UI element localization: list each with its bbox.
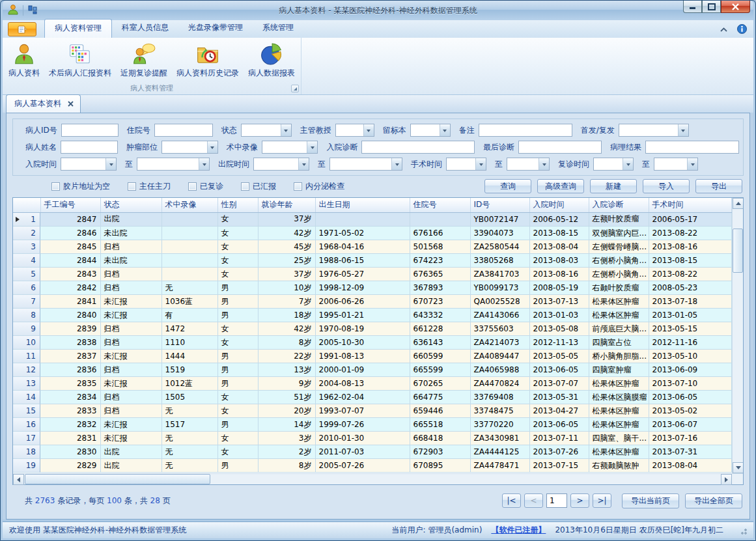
close-button[interactable] xyxy=(721,1,750,13)
table-row[interactable]: 112837未汇报1444男22岁1991-08-13660599ZA40894… xyxy=(13,350,732,363)
table-row[interactable]: 132835未汇报1012蓝男9岁2004-08-13670265ZA44708… xyxy=(13,377,732,391)
admission-diagnosis-input[interactable] xyxy=(361,141,475,154)
table-row[interactable]: 52843归档女37岁1976-05-27676365ZA38417032013… xyxy=(13,268,732,281)
table-row[interactable]: 22846未出院女42岁1971-05-02676166339040732013… xyxy=(13,227,732,240)
professor-combo[interactable] xyxy=(335,124,374,137)
column-header[interactable]: 性别 xyxy=(217,198,258,212)
patient-id-input[interactable] xyxy=(61,124,119,137)
revisit-reminder-button[interactable]: 近期复诊提醒 xyxy=(116,40,172,80)
scroll-right-icon[interactable] xyxy=(721,474,732,485)
export-button[interactable]: 导出 xyxy=(695,179,742,193)
history-records-button[interactable]: 病人资料历史记录 xyxy=(172,40,244,80)
table-row[interactable]: 172831未汇报无女3岁2010-01-30668418ZA343098120… xyxy=(13,432,732,445)
chevron-down-icon[interactable] xyxy=(539,158,549,170)
export-current-page-button[interactable]: 导出当前页 xyxy=(622,493,679,508)
column-header[interactable]: 就诊年龄 xyxy=(258,198,315,212)
column-header[interactable]: 出生日期 xyxy=(315,198,410,212)
tab-close-icon[interactable] xyxy=(68,100,74,109)
checkbox-revisited[interactable]: 已复诊 xyxy=(188,181,223,192)
table-row[interactable]: 42844未出院女25岁1988-06-15674223338052682013… xyxy=(13,254,732,268)
table-row[interactable]: 12847出院女37岁YB00721472006-05-12左额叶胶质瘤2006… xyxy=(13,212,732,227)
data-report-button[interactable]: 病人数据报表 xyxy=(244,40,300,80)
chevron-down-icon[interactable] xyxy=(199,158,209,170)
table-row[interactable]: 162832未汇报1517男14岁1999-07-266655183377022… xyxy=(13,418,732,432)
table-row[interactable]: 92839归档1472女42岁1970-08-19661228337556032… xyxy=(13,322,732,336)
checkbox-chief-surgeon[interactable]: 主任主刀 xyxy=(128,181,171,192)
first-page-button[interactable]: |< xyxy=(502,493,521,508)
chevron-down-icon[interactable] xyxy=(678,124,688,136)
column-header[interactable]: 状态 xyxy=(100,198,161,212)
app-menu-button[interactable] xyxy=(8,22,36,36)
chevron-down-icon[interactable] xyxy=(623,158,633,170)
checkbox-endocrine-exam[interactable]: 内分泌检查 xyxy=(294,181,344,192)
resize-grip[interactable] xyxy=(739,527,747,534)
table-row[interactable]: 142834归档1505女51岁1962-02-0466477533769408… xyxy=(13,391,732,404)
table-row[interactable]: 192829出院无男8岁2005-07-26670895ZA4478471201… xyxy=(13,459,732,473)
tumor-site-combo[interactable] xyxy=(161,141,218,154)
admit-from-combo[interactable] xyxy=(61,158,117,171)
table-row[interactable]: 62842归档无男10岁1998-12-09367893YB0099173200… xyxy=(13,281,732,295)
minimize-button[interactable] xyxy=(683,1,702,13)
ribbon-tab-disc-tape-management[interactable]: 光盘录像带管理 xyxy=(178,19,253,38)
revisit-to-combo[interactable] xyxy=(654,158,698,171)
scroll-left-icon[interactable] xyxy=(13,474,24,485)
dialog-launcher-icon[interactable] xyxy=(291,85,299,92)
maximize-button[interactable] xyxy=(702,1,721,13)
export-all-pages-button[interactable]: 导出全部页 xyxy=(685,493,742,508)
vertical-scrollbar[interactable] xyxy=(732,198,743,473)
table-row[interactable]: 152833归档无女20岁1993-07-0765944633748475201… xyxy=(13,404,732,418)
admit-to-combo[interactable] xyxy=(137,158,210,171)
quick-access-icon[interactable] xyxy=(27,5,38,17)
checkbox-reported[interactable]: 已汇报 xyxy=(241,181,276,192)
prev-page-button[interactable]: < xyxy=(524,493,543,508)
ribbon-tab-department-staff-info[interactable]: 科室人员信息 xyxy=(112,19,178,38)
chevron-down-icon[interactable] xyxy=(475,158,486,170)
scroll-up-icon[interactable] xyxy=(733,198,743,209)
table-row[interactable]: 82840未汇报有男18岁1995-01-21643332ZA414306620… xyxy=(13,309,732,322)
discharge-to-combo[interactable] xyxy=(329,158,402,171)
column-header[interactable]: ID号 xyxy=(470,198,529,212)
advanced-query-button[interactable]: 高级查询 xyxy=(537,179,584,193)
last-page-button[interactable]: >| xyxy=(593,493,611,508)
row-indicator-header[interactable] xyxy=(13,198,40,212)
registered-link[interactable]: 【软件已注册】 xyxy=(491,525,546,536)
chevron-down-icon[interactable] xyxy=(207,141,217,153)
next-page-button[interactable]: > xyxy=(570,493,589,508)
first-recurrence-combo[interactable] xyxy=(619,124,689,137)
table-row[interactable]: 102838归档1110女8岁2005-10-30636143ZA4214073… xyxy=(13,336,732,350)
checkbox-film-address-empty[interactable]: 胶片地址为空 xyxy=(51,181,110,192)
chevron-down-icon[interactable] xyxy=(391,158,402,170)
column-header[interactable]: 入院诊断 xyxy=(589,198,649,212)
patient-data-button[interactable]: 病人资料 xyxy=(4,40,44,80)
table-row[interactable]: 122836归档1519男13岁2000-01-09665599ZA406598… xyxy=(13,363,732,377)
info-icon[interactable] xyxy=(737,24,747,36)
specimen-combo[interactable] xyxy=(410,124,451,137)
remark-input[interactable] xyxy=(479,124,572,137)
document-tab[interactable]: 病人基本资料 xyxy=(6,94,81,113)
horizontal-scrollbar[interactable] xyxy=(13,473,743,484)
column-header[interactable]: 手工编号 xyxy=(40,198,100,212)
column-header[interactable]: 住院号 xyxy=(410,198,470,212)
scroll-down-icon[interactable] xyxy=(733,462,743,473)
new-button[interactable]: 新建 xyxy=(590,179,637,193)
chevron-down-icon[interactable] xyxy=(105,158,116,170)
revisit-from-combo[interactable] xyxy=(593,158,634,171)
chevron-down-icon[interactable] xyxy=(440,124,450,136)
chevron-down-icon[interactable] xyxy=(687,158,697,170)
discharge-from-combo[interactable] xyxy=(253,158,309,171)
ribbon-tab-system-management[interactable]: 系统管理 xyxy=(253,19,303,38)
horizontal-scroll-thumb[interactable] xyxy=(25,474,210,484)
vertical-scroll-thumb[interactable] xyxy=(733,229,743,273)
table-row[interactable]: 182830出院无女2岁2011-07-03672903ZA4444125201… xyxy=(13,445,732,459)
column-header[interactable]: 入院时间 xyxy=(529,198,589,212)
patient-name-input[interactable] xyxy=(61,141,118,154)
import-button[interactable]: 导入 xyxy=(643,179,690,193)
collapse-ribbon-icon[interactable] xyxy=(720,25,728,35)
ribbon-tab-patient-data-management[interactable]: 病人资料管理 xyxy=(44,19,112,38)
pathology-result-input[interactable] xyxy=(645,141,739,154)
chevron-down-icon[interactable] xyxy=(298,158,309,170)
query-button[interactable]: 查询 xyxy=(484,179,531,193)
page-number-input[interactable] xyxy=(546,493,567,508)
surgery-video-combo[interactable] xyxy=(262,141,318,154)
surgery-to-combo[interactable] xyxy=(507,158,550,171)
